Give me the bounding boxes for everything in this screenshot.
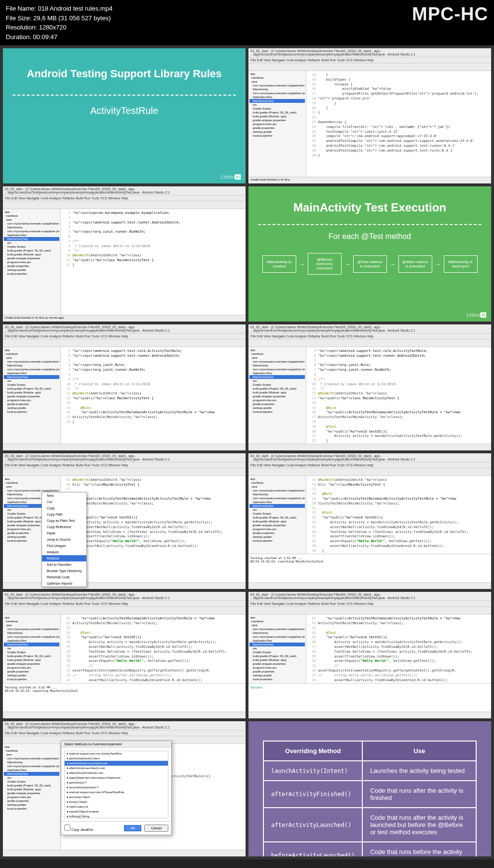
context-menu[interactable]: NewCutCopyCopy PathCopy as Plain TextCop… bbox=[41, 492, 87, 587]
ide-toolbar[interactable] bbox=[248, 63, 491, 71]
context-item[interactable]: Copy bbox=[42, 505, 86, 511]
tree-item[interactable]: settings.gradle bbox=[4, 268, 59, 272]
tree-item[interactable]: com.mycompany.example.myapplication bbox=[4, 222, 59, 225]
tree-item[interactable]: com.mycompany.example.myapplication bbox=[4, 627, 59, 631]
tree-item[interactable]: build.gradle (Project: 03_03_start) bbox=[249, 654, 305, 658]
tree-item[interactable]: com.mycompany.example.myapplication bbox=[249, 489, 305, 492]
tree-item[interactable]: MainActivity bbox=[4, 225, 59, 229]
tree-item[interactable]: manifests bbox=[4, 481, 59, 485]
editor-java4[interactable]: 15@RunWith(AndroidJUnit4."kw">class)16bl… bbox=[306, 476, 491, 554]
tree-item[interactable]: gradle-wrapper.properties bbox=[4, 256, 59, 260]
tree-item[interactable]: MainActivity bbox=[4, 760, 59, 764]
dialog-item[interactable]: ● afterActivityFinished():void bbox=[65, 770, 168, 775]
tree-item[interactable]: gradle.properties bbox=[4, 670, 59, 673]
tree-item[interactable]: java bbox=[4, 623, 59, 627]
tree-item[interactable]: app bbox=[249, 348, 305, 352]
tree-item[interactable]: Gradle Scripts bbox=[249, 650, 305, 654]
tree-item[interactable]: settings.gradle bbox=[4, 803, 59, 807]
project-tree[interactable]: app manifests java com.mycompany.example… bbox=[3, 347, 61, 444]
tree-item[interactable]: com.mycompany.example.myapplicat (androi… bbox=[249, 91, 305, 95]
ide-menu[interactable]: File Edit View Navigate Code Analyze Ref… bbox=[248, 601, 491, 607]
ide-toolbar[interactable] bbox=[3, 607, 246, 615]
context-item[interactable]: Find Usages bbox=[42, 543, 86, 549]
tree-item[interactable]: java bbox=[249, 80, 305, 84]
context-item[interactable]: Copy as Plain Text bbox=[42, 518, 86, 524]
tree-item[interactable]: com.mycompany.example.myapplicat (androi… bbox=[249, 496, 305, 500]
tree-item[interactable]: gradle-wrapper.properties bbox=[4, 394, 59, 398]
tree-item[interactable]: MainActivityTest bbox=[4, 643, 59, 646]
tree-item[interactable]: settings.gradle bbox=[249, 130, 305, 134]
tree-item[interactable]: res bbox=[4, 241, 59, 245]
ide-toolbar[interactable] bbox=[248, 607, 491, 615]
dialog-item[interactable]: ● beforeActivityLaunched():void bbox=[65, 761, 168, 766]
tree-item[interactable]: build.gradle (Module: app) bbox=[4, 252, 59, 256]
tree-item[interactable]: res bbox=[4, 776, 59, 780]
tree-item[interactable]: java bbox=[4, 356, 59, 360]
tree-item[interactable]: MainActivity bbox=[4, 364, 59, 367]
editor-java1[interactable]: 1"kw">package com.mycompany.example.myap… bbox=[61, 209, 246, 315]
tree-item[interactable]: java bbox=[4, 753, 59, 756]
cancel-button[interactable]: Cancel bbox=[144, 825, 168, 832]
tree-item[interactable]: Gradle Scripts bbox=[4, 383, 59, 387]
tree-item[interactable]: local.properties bbox=[4, 410, 59, 414]
editor-java5[interactable]: 21 "kw">public ActivityTestRule mainActi… bbox=[61, 615, 246, 683]
tree-item[interactable]: res bbox=[249, 508, 305, 512]
dialog-item[interactable]: ● getActivityIntent():Intent bbox=[65, 756, 168, 761]
editor-java5[interactable]: 21 "kw">public ActivityTestRule mainActi… bbox=[306, 615, 491, 683]
tree-item[interactable]: java bbox=[4, 218, 59, 222]
tree-item[interactable]: gradle-wrapper.properties bbox=[4, 791, 59, 795]
tree-item[interactable]: com.mycompany.example.myapplication bbox=[4, 756, 59, 760]
tree-item[interactable]: Gradle Scripts bbox=[4, 650, 59, 654]
tree-item[interactable]: build.gradle (Module: app) bbox=[249, 519, 305, 523]
ide-menu[interactable]: File Edit View Navigate Code Analyze Ref… bbox=[248, 57, 491, 63]
tree-item[interactable]: com.mycompany.example.myapplicat (androi… bbox=[249, 635, 305, 639]
tree-item[interactable]: build.gradle (Project: 03_03_start) bbox=[4, 654, 59, 658]
tree-item[interactable]: gradle-wrapper.properties bbox=[4, 662, 59, 666]
tree-item[interactable]: MainActivityTest bbox=[249, 504, 305, 508]
copy-javadoc-checkbox[interactable] bbox=[64, 825, 70, 831]
tree-item[interactable]: settings.gradle bbox=[249, 406, 305, 410]
tree-item[interactable]: local.properties bbox=[249, 134, 305, 138]
tree-item[interactable]: MainActivity bbox=[249, 492, 305, 496]
tree-item[interactable]: app bbox=[249, 72, 305, 76]
dialog-item[interactable]: ● clone():Object bbox=[65, 799, 168, 804]
project-tree[interactable]: app manifests java com.mycompany.example… bbox=[248, 615, 306, 683]
project-tree[interactable]: app manifests java com.mycompany.example… bbox=[248, 476, 306, 554]
tree-item[interactable]: settings.gradle bbox=[249, 673, 305, 677]
tree-item[interactable]: java bbox=[249, 485, 305, 489]
tree-item[interactable]: app bbox=[4, 210, 59, 214]
context-item[interactable]: Add to Favorites bbox=[42, 561, 86, 568]
tree-item[interactable]: app bbox=[4, 745, 59, 749]
tree-item[interactable]: java bbox=[249, 623, 305, 627]
tree-item[interactable]: MainActivityTest bbox=[4, 772, 59, 776]
tree-item[interactable]: proguard-rules.pro bbox=[249, 122, 305, 126]
tree-item[interactable]: ApplicationTest bbox=[249, 371, 305, 375]
tree-item[interactable]: com.mycompany.example.myapplicat (androi… bbox=[4, 635, 59, 639]
tree-item[interactable]: build.gradle (Project: 03_03_start) bbox=[4, 784, 59, 787]
ide-toolbar[interactable] bbox=[248, 339, 491, 347]
tree-item[interactable]: res bbox=[4, 379, 59, 383]
tree-item[interactable]: manifests bbox=[249, 352, 305, 356]
tree-item[interactable]: settings.gradle bbox=[4, 673, 59, 677]
context-item[interactable]: Analyze bbox=[42, 549, 86, 555]
tree-item[interactable]: local.properties bbox=[4, 807, 59, 811]
tree-item[interactable]: proguard-rules.pro bbox=[249, 398, 305, 402]
dialog-item[interactable]: ● getActivity():T bbox=[65, 780, 168, 785]
method-list[interactable]: ● android.support.test.rule.ActivityTest… bbox=[64, 751, 168, 818]
tree-item[interactable]: MainActivityTest bbox=[249, 375, 305, 379]
context-item[interactable]: Optimize Imports bbox=[42, 580, 86, 587]
tree-item[interactable]: MainActivity bbox=[4, 631, 59, 635]
tree-item[interactable]: build.gradle (Project: 03_03_start) bbox=[249, 387, 305, 391]
tree-item[interactable]: ApplicationTest bbox=[249, 95, 305, 99]
tree-item[interactable]: Gradle Scripts bbox=[4, 780, 59, 784]
tree-item[interactable]: gradle-wrapper.properties bbox=[249, 523, 305, 527]
tree-item[interactable]: local.properties bbox=[4, 272, 59, 276]
tree-item[interactable]: app bbox=[249, 616, 305, 619]
ide-toolbar[interactable] bbox=[3, 339, 246, 347]
tree-item[interactable]: MainActivity bbox=[249, 87, 305, 91]
dialog-item[interactable]: ● android.support.test.rule.ActivityTest… bbox=[65, 751, 168, 756]
dialog-item[interactable]: ● hashCode():int bbox=[65, 804, 168, 809]
dialog-item[interactable]: ● equals(Object):boolean bbox=[65, 809, 168, 814]
tree-item[interactable]: ApplicationTest bbox=[4, 371, 59, 375]
ide-toolbar[interactable] bbox=[3, 201, 246, 209]
